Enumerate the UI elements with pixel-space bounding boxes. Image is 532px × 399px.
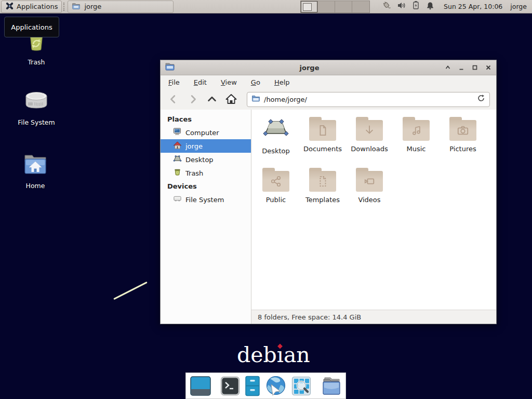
panel-clock[interactable]: Sun 25 Apr, 10:06	[444, 3, 502, 10]
file-label: Desktop	[262, 147, 290, 155]
file-label: Templates	[305, 196, 340, 204]
home-folder-icon	[22, 152, 49, 180]
menubar: File Edit View Go Help	[161, 75, 496, 89]
path-input[interactable]: /home/jorge/	[264, 96, 473, 103]
file-item-public[interactable]: Public	[253, 168, 299, 204]
debian-logo-i: ı	[277, 342, 284, 367]
workspace-pager[interactable]	[300, 1, 370, 13]
desktop-icon-label: Home	[26, 182, 45, 190]
workspace-2[interactable]	[318, 1, 335, 12]
app-finder-icon[interactable]	[291, 376, 311, 396]
wallpaper-line-artifact	[113, 282, 148, 300]
window-title: jorge	[175, 64, 444, 72]
applications-menu-button[interactable]: Applications	[1, 1, 62, 13]
back-button[interactable]	[165, 91, 182, 107]
file-label: Documents	[303, 145, 342, 153]
templates-folder-icon	[309, 168, 336, 192]
sidebar-item-label: Computer	[185, 129, 219, 137]
close-button[interactable]	[484, 64, 492, 72]
menu-help[interactable]: Help	[274, 78, 290, 86]
debian-logo-text-2: an	[284, 342, 310, 367]
maximize-button[interactable]	[471, 64, 478, 72]
sidebar-item-label: jorge	[185, 142, 203, 150]
computer-icon	[173, 127, 182, 138]
trash-icon	[173, 168, 182, 178]
sidebar: Places Computer	[161, 110, 251, 324]
file-manager-icon[interactable]	[321, 376, 342, 396]
menu-view[interactable]: View	[221, 78, 237, 86]
harddrive-icon	[173, 194, 182, 205]
shade-button[interactable]	[444, 64, 451, 72]
desktop-icon-label: File System	[18, 118, 55, 126]
up-button[interactable]	[203, 91, 220, 107]
minimize-button[interactable]	[457, 64, 465, 72]
panel-handle	[63, 3, 66, 11]
window-body: Places Computer	[161, 110, 496, 324]
volume-icon[interactable]	[396, 1, 406, 12]
file-item-desktop[interactable]: Desktop	[253, 117, 299, 155]
workspace-3[interactable]	[335, 1, 352, 12]
file-label: Videos	[358, 196, 380, 204]
file-cabinet-icon[interactable]	[245, 376, 260, 396]
file-grid: Desktop Documents	[251, 110, 496, 310]
reload-icon[interactable]	[477, 94, 485, 104]
window-controls	[444, 64, 492, 72]
sidebar-header-devices: Devices	[161, 180, 251, 193]
window-folder-icon	[165, 62, 175, 73]
sidebar-item-file-system[interactable]: File System	[161, 193, 251, 206]
toolbar: /home/jorge/	[161, 89, 496, 110]
path-bar[interactable]: /home/jorge/	[247, 92, 490, 107]
sidebar-item-trash[interactable]: Trash	[161, 166, 251, 180]
web-browser-icon[interactable]	[265, 376, 287, 396]
applications-tooltip: Applications	[4, 17, 59, 37]
sidebar-header-places: Places	[161, 113, 251, 126]
forward-button[interactable]	[184, 91, 201, 107]
file-item-pictures[interactable]: Pictures	[440, 117, 486, 155]
file-item-documents[interactable]: Documents	[300, 117, 345, 155]
show-desktop-icon[interactable]	[190, 376, 211, 396]
downloads-folder-icon	[356, 117, 383, 141]
terminal-icon[interactable]	[220, 376, 240, 396]
workspace-window-preview	[303, 3, 312, 11]
bell-icon[interactable]	[425, 1, 435, 12]
harddrive-icon	[23, 88, 50, 116]
path-folder-icon	[251, 95, 260, 104]
menu-go[interactable]: Go	[251, 78, 260, 86]
applications-tooltip-text: Applications	[11, 23, 52, 31]
taskbar-window-button[interactable]: jorge	[68, 1, 174, 13]
applications-menu-label: Applications	[17, 3, 58, 10]
home-icon	[173, 141, 182, 151]
file-item-music[interactable]: Music	[393, 117, 439, 155]
plug-icon[interactable]	[382, 1, 392, 12]
file-label: Downloads	[351, 145, 388, 153]
public-folder-icon	[262, 168, 289, 192]
home-button[interactable]	[222, 91, 240, 107]
battery-charging-icon[interactable]	[411, 1, 421, 12]
workspace-4[interactable]	[352, 1, 369, 12]
sidebar-item-computer[interactable]: Computer	[161, 126, 251, 139]
xfce-applications-icon	[5, 2, 14, 12]
menu-edit[interactable]: Edit	[194, 78, 207, 86]
desktop-icon-home[interactable]: Home	[10, 152, 60, 190]
desktop-icon-file-system[interactable]: File System	[11, 88, 61, 126]
file-label: Pictures	[449, 145, 476, 153]
music-folder-icon	[403, 117, 430, 141]
panel-user-menu[interactable]: jorge	[510, 3, 527, 10]
menu-file[interactable]: File	[168, 78, 180, 86]
system-tray	[382, 1, 435, 12]
taskbar-window-label: jorge	[84, 3, 101, 10]
titlebar[interactable]: jorge	[161, 60, 496, 75]
videos-folder-icon	[356, 168, 383, 192]
desktop-screen: Applications jorge	[0, 0, 532, 399]
statusbar: 8 folders, Free space: 14.4 GiB	[251, 310, 496, 324]
documents-folder-icon	[309, 117, 336, 141]
file-item-downloads[interactable]: Downloads	[347, 117, 392, 155]
debian-logo: debıan	[237, 342, 310, 367]
sidebar-item-desktop[interactable]: Desktop	[161, 153, 251, 166]
file-label: Music	[407, 145, 426, 153]
workspace-1[interactable]	[301, 1, 318, 12]
sidebar-item-jorge[interactable]: jorge	[161, 139, 251, 153]
top-panel: Applications jorge	[0, 0, 532, 14]
file-item-templates[interactable]: Templates	[300, 168, 345, 204]
file-item-videos[interactable]: Videos	[347, 168, 392, 204]
